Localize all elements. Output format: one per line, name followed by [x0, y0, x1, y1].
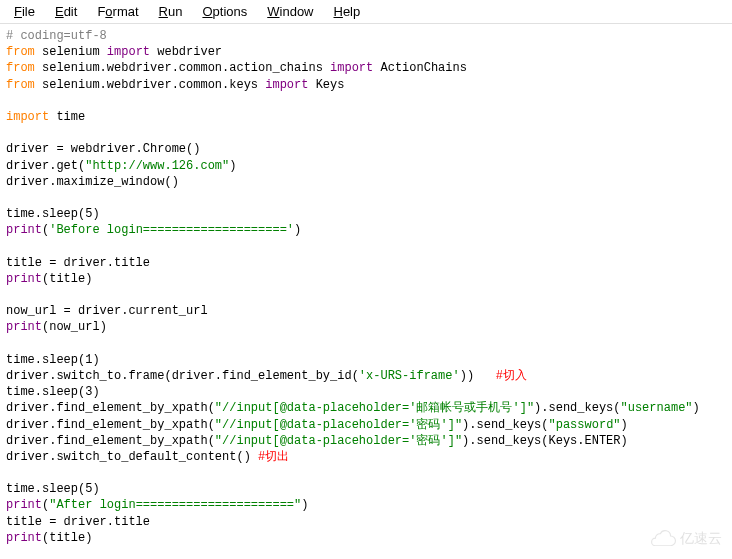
menu-format-label: Format: [97, 4, 138, 19]
code-comment: #切出: [258, 450, 289, 464]
code-string: 'Before login====================': [49, 223, 294, 237]
code-comment: #切入: [496, 369, 527, 383]
code-text: ): [229, 159, 236, 173]
code-comment: # coding=utf-8: [6, 29, 107, 43]
code-keyword: import: [107, 45, 150, 59]
watermark-text: 亿速云: [680, 530, 722, 548]
code-string: "//input[@data-placeholder='邮箱帐号或手机号']": [215, 401, 534, 415]
code-text: ): [301, 498, 308, 512]
code-string: "//input[@data-placeholder='密码']": [215, 418, 462, 432]
code-text: ): [693, 401, 700, 415]
code-text: time: [49, 110, 85, 124]
code-text: selenium: [35, 45, 107, 59]
code-keyword: import: [265, 78, 308, 92]
code-builtin: print: [6, 223, 42, 237]
code-text: (now_url): [42, 320, 107, 334]
menu-run-label: un: [168, 4, 182, 19]
menu-file-label: ile: [22, 4, 35, 19]
code-string: "After login======================": [49, 498, 301, 512]
code-keyword: import: [330, 61, 373, 75]
code-text: )): [460, 369, 496, 383]
code-text: title = driver.title: [6, 256, 150, 270]
menubar: File Edit Format Run Options Window Help: [0, 0, 732, 24]
code-keyword: from: [6, 78, 35, 92]
code-builtin: print: [6, 272, 42, 286]
code-text: driver.switch_to_default_content(): [6, 450, 258, 464]
code-text: now_url = driver.current_url: [6, 304, 208, 318]
code-text: driver.find_element_by_xpath(: [6, 434, 215, 448]
code-text: ).send_keys(: [462, 418, 548, 432]
watermark: 亿速云: [650, 528, 722, 549]
code-text: ).send_keys(Keys.ENTER): [462, 434, 628, 448]
code-text: ).send_keys(: [534, 401, 620, 415]
code-text: driver.switch_to.frame(driver.find_eleme…: [6, 369, 359, 383]
menu-help[interactable]: Help: [324, 2, 371, 21]
menu-run[interactable]: Run: [149, 2, 193, 21]
code-text: driver.maximize_window(): [6, 175, 179, 189]
menu-edit-label: dit: [64, 4, 78, 19]
code-text: driver.get(: [6, 159, 85, 173]
menu-help-label: elp: [343, 4, 360, 19]
code-text: Keys: [308, 78, 344, 92]
code-string: "http://www.126.com": [85, 159, 229, 173]
code-builtin: print: [6, 531, 42, 545]
code-text: selenium.webdriver.common.keys: [35, 78, 265, 92]
code-keyword: import: [6, 110, 49, 124]
menu-edit[interactable]: Edit: [45, 2, 87, 21]
menu-format[interactable]: Format: [87, 2, 148, 21]
code-string: "username": [621, 401, 693, 415]
code-builtin: print: [6, 498, 42, 512]
code-text: selenium.webdriver.common.action_chains: [35, 61, 330, 75]
code-text: ): [621, 418, 628, 432]
code-text: webdriver: [150, 45, 222, 59]
menu-file[interactable]: File: [4, 2, 45, 21]
code-text: time.sleep(5): [6, 207, 100, 221]
code-keyword: from: [6, 45, 35, 59]
code-text: driver = webdriver.Chrome(): [6, 142, 200, 156]
cloud-icon: [650, 528, 676, 549]
menu-window-label: indow: [280, 4, 314, 19]
code-string: "//input[@data-placeholder='密码']": [215, 434, 462, 448]
code-text: time.sleep(3): [6, 385, 100, 399]
menu-window[interactable]: Window: [257, 2, 323, 21]
code-text: time.sleep(1): [6, 353, 100, 367]
menu-options-label: ptions: [213, 4, 248, 19]
code-text: ActionChains: [373, 61, 467, 75]
code-keyword: from: [6, 61, 35, 75]
code-text: time.sleep(5): [6, 482, 100, 496]
menu-options[interactable]: Options: [192, 2, 257, 21]
code-string: 'x-URS-iframe': [359, 369, 460, 383]
code-editor[interactable]: # coding=utf-8 from selenium import webd…: [0, 24, 732, 559]
code-text: (title): [42, 272, 92, 286]
code-text: ): [294, 223, 301, 237]
code-text: (title): [42, 531, 92, 545]
code-text: driver.find_element_by_xpath(: [6, 401, 215, 415]
code-string: "password": [549, 418, 621, 432]
code-text: title = driver.title: [6, 515, 150, 529]
code-builtin: print: [6, 320, 42, 334]
code-text: driver.find_element_by_xpath(: [6, 418, 215, 432]
